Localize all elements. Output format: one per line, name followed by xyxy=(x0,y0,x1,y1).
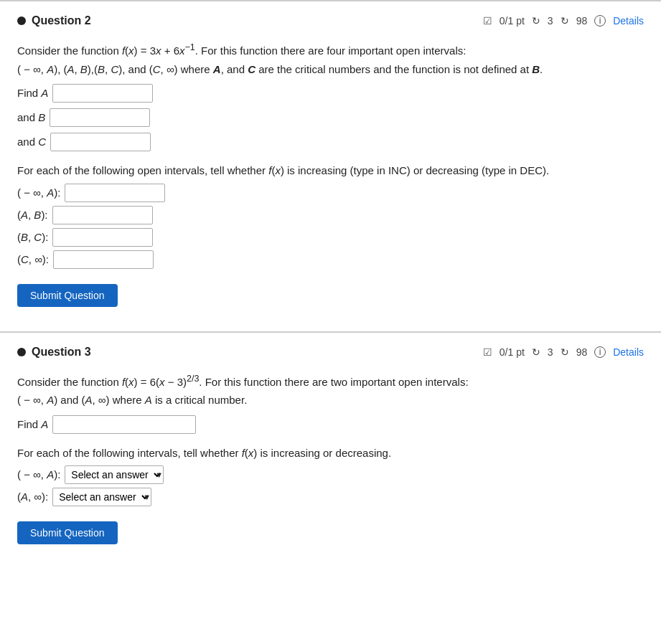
question-2-dot xyxy=(17,16,26,25)
q2-details-link[interactable]: Details xyxy=(613,15,644,27)
find-c-row: and C xyxy=(17,133,644,151)
q3-find-a-row: Find A xyxy=(17,415,644,434)
q3-inc-dec-intro: For each of the following intervals, tel… xyxy=(17,444,644,463)
q3-interval-neg-inf-a-select[interactable]: Select an answer INC DEC xyxy=(65,465,164,484)
submissions-icon: ↻ xyxy=(561,15,569,27)
q3-details-link[interactable]: Details xyxy=(613,346,644,358)
info-icon: i xyxy=(594,15,606,27)
find-c-input[interactable] xyxy=(50,133,151,151)
q2-points: 0/1 pt xyxy=(500,15,525,27)
q3-retry: 3 xyxy=(548,346,553,358)
find-b-input[interactable] xyxy=(50,108,150,127)
interval-neg-inf-a-label: ( − ∞, A): xyxy=(17,184,60,202)
q3-interval-a-inf-label: (A, ∞): xyxy=(17,488,48,506)
question-3-dot xyxy=(17,348,26,356)
question-2-title: Question 2 xyxy=(17,14,91,27)
question-3-label: Question 3 xyxy=(32,346,91,359)
q3-info-icon: i xyxy=(594,346,606,358)
q3-interval-neg-inf-a-label: ( − ∞, A): xyxy=(17,465,60,484)
q3-retry-icon: ↻ xyxy=(532,346,540,358)
find-a-label: Find A xyxy=(17,84,48,103)
q2-intervals-text: ( − ∞, A), (A, B),(B, C), and (C, ∞) whe… xyxy=(17,60,644,79)
question-3-title: Question 3 xyxy=(17,346,91,359)
interval-c-inf-label: (C, ∞): xyxy=(17,250,49,269)
q2-submit-button[interactable]: Submit Question xyxy=(17,284,118,307)
q3-interval-neg-inf-a-row: ( − ∞, A): Select an answer INC DEC ▼ xyxy=(17,465,644,484)
q3-find-a-input[interactable] xyxy=(52,415,196,434)
question-2-label: Question 2 xyxy=(32,14,91,27)
q3-find-a-label: Find A xyxy=(17,415,48,434)
interval-a-b-input[interactable] xyxy=(52,206,153,224)
find-b-row: and B xyxy=(17,108,644,127)
retry-icon: ↻ xyxy=(532,15,540,27)
q3-points: 0/1 pt xyxy=(500,346,525,358)
q2-intro-text: Consider the function f(x) = 3x + 6x−1. … xyxy=(17,40,644,60)
question-2-header: Question 2 ☑ 0/1 pt ↻ 3 ↻ 98 i Details xyxy=(17,14,644,27)
find-a-input[interactable] xyxy=(52,84,153,103)
question-3-block: Question 3 ☑ 0/1 pt ↻ 3 ↻ 98 i Details C… xyxy=(0,331,661,562)
q3-submissions: 98 xyxy=(576,346,588,358)
interval-neg-inf-a-row: ( − ∞, A): xyxy=(17,184,644,202)
find-b-label: and B xyxy=(17,108,45,127)
q2-retry: 3 xyxy=(548,15,553,27)
q3-interval-a-inf-row: (A, ∞): Select an answer INC DEC ▼ xyxy=(17,488,644,506)
q2-submissions: 98 xyxy=(576,15,588,27)
question-2-block: Question 2 ☑ 0/1 pt ↻ 3 ↻ 98 i Details C… xyxy=(0,0,661,324)
interval-a-b-row: (A, B): xyxy=(17,206,644,224)
question-3-meta: ☑ 0/1 pt ↻ 3 ↻ 98 i Details xyxy=(483,346,644,358)
q3-intro-text: Consider the function f(x) = 6(x − 3)2/3… xyxy=(17,371,644,392)
check-icon: ☑ xyxy=(483,15,492,27)
q3-check-icon: ☑ xyxy=(483,346,492,358)
interval-neg-inf-a-input[interactable] xyxy=(65,184,165,202)
q3-submissions-icon: ↻ xyxy=(561,346,569,358)
interval-b-c-input[interactable] xyxy=(52,228,153,247)
interval-b-c-row: (B, C): xyxy=(17,228,644,247)
question-3-body: Consider the function f(x) = 6(x − 3)2/3… xyxy=(17,371,644,545)
interval-a-b-label: (A, B): xyxy=(17,206,48,224)
interval-b-c-label: (B, C): xyxy=(17,228,48,247)
q3-interval-a-inf-select[interactable]: Select an answer INC DEC xyxy=(52,488,151,506)
question-2-meta: ☑ 0/1 pt ↻ 3 ↻ 98 i Details xyxy=(483,15,644,27)
interval-c-inf-row: (C, ∞): xyxy=(17,250,644,269)
find-a-row: Find A xyxy=(17,84,644,103)
q3-submit-button[interactable]: Submit Question xyxy=(17,521,118,544)
interval-c-inf-input[interactable] xyxy=(53,250,154,269)
question-3-header: Question 3 ☑ 0/1 pt ↻ 3 ↻ 98 i Details xyxy=(17,346,644,359)
q3-intervals-text: ( − ∞, A) and (A, ∞) where A is a critic… xyxy=(17,391,644,409)
find-c-label: and C xyxy=(17,133,46,151)
q2-inc-dec-intro: For each of the following open intervals… xyxy=(17,161,644,180)
question-2-body: Consider the function f(x) = 3x + 6x−1. … xyxy=(17,40,644,307)
